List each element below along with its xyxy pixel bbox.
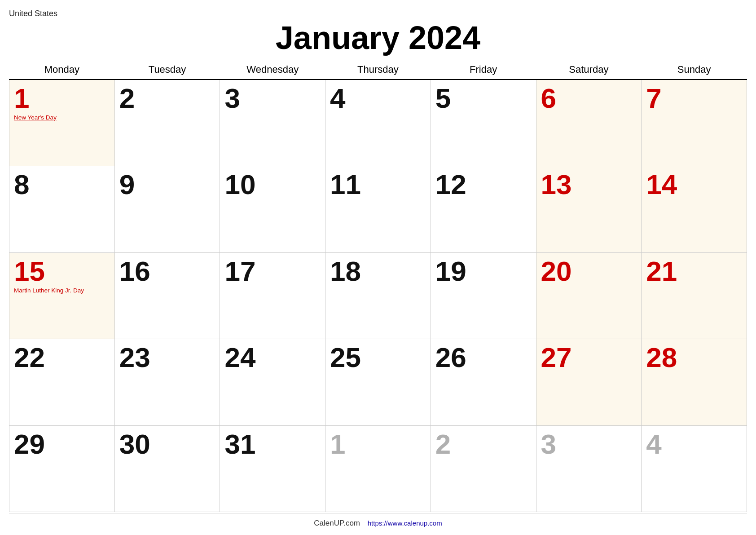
calendar-cell[interactable]: 12 xyxy=(431,166,536,252)
day-header-sunday: Sunday xyxy=(642,60,747,80)
calendar-cell[interactable]: 16 xyxy=(114,252,220,339)
day-number: 18 xyxy=(330,257,427,285)
calendar-cell[interactable]: 2 xyxy=(431,425,536,512)
day-number: 13 xyxy=(541,171,638,199)
day-number: 17 xyxy=(224,257,321,285)
calendar-cell[interactable]: 4 xyxy=(642,425,747,512)
calendar-cell[interactable]: 24 xyxy=(220,339,325,425)
calendar-cell[interactable]: 1New Year's Day xyxy=(9,80,115,166)
calendar-cell[interactable]: 6 xyxy=(536,80,642,166)
day-number: 26 xyxy=(435,344,532,371)
calendar-cell[interactable]: 19 xyxy=(431,252,536,339)
calendar-cell[interactable]: 17 xyxy=(220,252,325,339)
day-number: 24 xyxy=(224,344,321,371)
calendar-cell[interactable]: 26 xyxy=(431,339,536,425)
day-number: 29 xyxy=(14,430,111,458)
day-number: 2 xyxy=(435,430,532,458)
week-row-3: 15Martin Luther King Jr. Day161718192021 xyxy=(9,252,747,339)
calendar-cell[interactable]: 15Martin Luther King Jr. Day xyxy=(9,252,115,339)
day-number: 21 xyxy=(646,257,743,285)
week-row-1: 1New Year's Day234567 xyxy=(9,80,747,166)
day-number: 30 xyxy=(119,430,216,458)
calendar-body: 1New Year's Day23456789101112131415Marti… xyxy=(9,80,747,512)
calendar-cell[interactable]: 10 xyxy=(220,166,325,252)
calendar-cell[interactable]: 30 xyxy=(114,425,220,512)
week-row-4: 22232425262728 xyxy=(9,339,747,425)
calendar-cell[interactable]: 5 xyxy=(431,80,536,166)
day-number: 8 xyxy=(14,171,111,199)
holiday-label: Martin Luther King Jr. Day xyxy=(14,287,111,294)
calendar-cell[interactable]: 29 xyxy=(9,425,115,512)
calendar-cell[interactable]: 7 xyxy=(642,80,747,166)
day-number: 27 xyxy=(541,344,638,371)
calendar-title: January 2024 xyxy=(9,20,747,56)
day-header-tuesday: Tuesday xyxy=(114,60,220,80)
day-number: 1 xyxy=(14,84,111,112)
week-row-5: 2930311234 xyxy=(9,425,747,512)
calendar-cell[interactable]: 22 xyxy=(9,339,115,425)
day-header-saturday: Saturday xyxy=(536,60,642,80)
day-number: 6 xyxy=(541,84,638,112)
day-number: 2 xyxy=(119,84,216,112)
day-number: 3 xyxy=(224,84,321,112)
calendar-table: MondayTuesdayWednesdayThursdayFridaySatu… xyxy=(9,60,747,512)
day-header-thursday: Thursday xyxy=(325,60,431,80)
calendar-cell[interactable]: 11 xyxy=(325,166,431,252)
day-header-monday: Monday xyxy=(9,60,115,80)
calendar-cell[interactable]: 2 xyxy=(114,80,220,166)
calendar-cell[interactable]: 9 xyxy=(114,166,220,252)
calendar-cell[interactable]: 3 xyxy=(220,80,325,166)
calendar-cell[interactable]: 23 xyxy=(114,339,220,425)
day-header-row: MondayTuesdayWednesdayThursdayFridaySatu… xyxy=(9,60,747,80)
day-number: 16 xyxy=(119,257,216,285)
day-number: 20 xyxy=(541,257,638,285)
calendar-cell[interactable]: 28 xyxy=(642,339,747,425)
day-number: 25 xyxy=(330,344,427,371)
calendar-cell[interactable]: 3 xyxy=(536,425,642,512)
holiday-label: New Year's Day xyxy=(14,114,111,121)
day-number: 3 xyxy=(541,430,638,458)
day-number: 4 xyxy=(330,84,427,112)
day-number: 10 xyxy=(224,171,321,199)
calendar-cell[interactable]: 1 xyxy=(325,425,431,512)
calendar-cell[interactable]: 20 xyxy=(536,252,642,339)
day-header-wednesday: Wednesday xyxy=(220,60,325,80)
calendar-cell[interactable]: 27 xyxy=(536,339,642,425)
calendar-cell[interactable]: 13 xyxy=(536,166,642,252)
day-number: 5 xyxy=(435,84,532,112)
day-number: 9 xyxy=(119,171,216,199)
day-number: 4 xyxy=(646,430,743,458)
day-number: 28 xyxy=(646,344,743,371)
calendar-cell[interactable]: 4 xyxy=(325,80,431,166)
calendar-cell[interactable]: 21 xyxy=(642,252,747,339)
day-number: 22 xyxy=(14,344,111,371)
calendar-cell[interactable]: 14 xyxy=(642,166,747,252)
day-number: 1 xyxy=(330,430,427,458)
footer-brand: CalenUP.com xyxy=(314,519,360,527)
day-number: 7 xyxy=(646,84,743,112)
footer: CalenUP.com https://www.calenup.com xyxy=(9,513,747,531)
day-number: 12 xyxy=(435,171,532,199)
day-number: 15 xyxy=(14,257,111,285)
calendar-cell[interactable]: 8 xyxy=(9,166,115,252)
day-number: 23 xyxy=(119,344,216,371)
footer-url[interactable]: https://www.calenup.com xyxy=(368,519,442,527)
day-number: 19 xyxy=(435,257,532,285)
calendar-cell[interactable]: 25 xyxy=(325,339,431,425)
calendar-page: United States January 2024 MondayTuesday… xyxy=(0,0,756,535)
day-header-friday: Friday xyxy=(431,60,536,80)
country-label: United States xyxy=(9,9,747,18)
week-row-2: 891011121314 xyxy=(9,166,747,252)
day-number: 11 xyxy=(330,171,427,199)
calendar-cell[interactable]: 18 xyxy=(325,252,431,339)
calendar-cell[interactable]: 31 xyxy=(220,425,325,512)
day-number: 14 xyxy=(646,171,743,199)
day-number: 31 xyxy=(224,430,321,458)
